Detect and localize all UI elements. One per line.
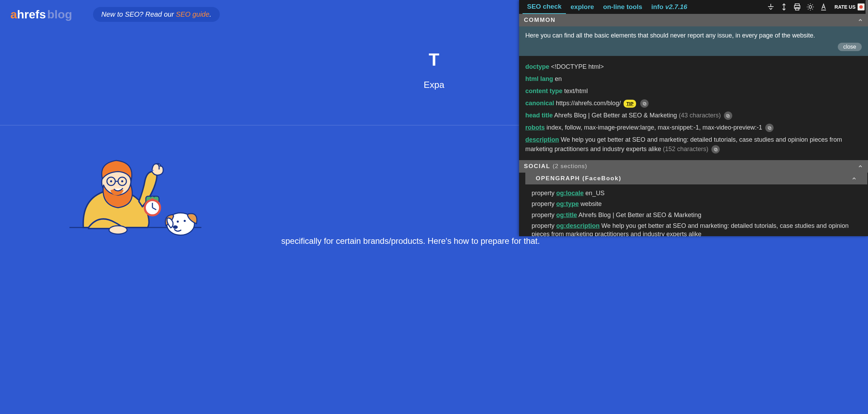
og-val-title: Ahrefs Blog | Get Better at SEO & Market… <box>578 212 701 218</box>
og-key-desc[interactable]: og:description <box>556 222 600 229</box>
key-robots[interactable]: robots <box>525 124 545 131</box>
og-key-locale[interactable]: og:locale <box>556 190 584 197</box>
version-label: v2.7.16 <box>665 3 687 10</box>
svg-point-10 <box>121 180 123 182</box>
chevron-up-icon <box>858 17 863 23</box>
tab-info-label: info <box>651 3 665 10</box>
row-doctype: doctype <!DOCTYPE html> <box>525 62 862 72</box>
og-row-title: property og:title Ahrefs Blog | Get Bett… <box>532 211 856 219</box>
property-label: property <box>532 200 554 207</box>
svg-point-9 <box>110 180 112 182</box>
rate-us[interactable]: RATE US <box>835 3 865 10</box>
svg-point-12 <box>177 221 179 223</box>
og-key-type[interactable]: og:type <box>556 200 579 207</box>
key-ctype: content type <box>525 88 562 94</box>
tab-explore[interactable]: explore <box>566 0 599 14</box>
pill-link: SEO guide <box>176 10 209 18</box>
val-canonical: https://ahrefs.com/blog/ <box>556 100 621 107</box>
key-canonical: canonical <box>525 100 554 107</box>
hero-illustration <box>69 153 201 241</box>
og-key-title[interactable]: og:title <box>556 212 577 218</box>
svg-rect-4 <box>151 198 153 201</box>
copy-icon[interactable] <box>724 111 732 120</box>
expand-vertical-icon[interactable] <box>780 3 788 11</box>
svg-point-1 <box>109 226 127 234</box>
val-headtitle: Ahrefs Blog | Get Better at SEO & Market… <box>554 112 677 119</box>
row-ctype: content type text/html <box>525 86 862 96</box>
opengraph-title: OPENGRAPH (FaceBook) <box>536 175 621 182</box>
key-description[interactable]: description <box>525 136 559 143</box>
close-button[interactable]: close <box>838 43 862 51</box>
copy-icon[interactable] <box>765 124 774 132</box>
copy-icon[interactable] <box>640 99 649 108</box>
panel-body[interactable]: COMMON Here you can find all the basic e… <box>519 14 868 236</box>
property-label: property <box>532 212 554 218</box>
tab-tools[interactable]: on-line tools <box>599 0 647 14</box>
panel-scrollbar[interactable] <box>866 0 868 17</box>
svg-rect-25 <box>715 149 717 151</box>
key-htmllang: html lang <box>525 75 553 82</box>
val-robots: index, follow, max-image-preview:large, … <box>546 124 762 131</box>
row-htmllang: html lang en <box>525 74 862 84</box>
property-label: property <box>532 190 554 197</box>
common-rows: doctype <!DOCTYPE html> html lang en con… <box>519 56 868 160</box>
common-info-text: Here you can find all the basic elements… <box>525 32 862 39</box>
row-description: description We help you get better at SE… <box>525 135 862 154</box>
text-format-icon[interactable] <box>819 3 828 11</box>
article-excerpt: specifically for certain brands/products… <box>281 235 844 247</box>
logo-blog: blog <box>47 8 72 21</box>
val-ctype: text/html <box>564 88 588 94</box>
section-header-social[interactable]: SOCIAL (2 sections) <box>519 160 868 173</box>
key-headtitle: head title <box>525 112 553 119</box>
row-headtitle: head title Ahrefs Blog | Get Better at S… <box>525 111 862 120</box>
svg-point-14 <box>173 225 178 229</box>
rate-us-label: RATE US <box>835 4 856 10</box>
svg-rect-23 <box>769 127 771 130</box>
meta-description: (152 characters) <box>663 146 708 152</box>
tab-info[interactable]: info v2.7.16 <box>647 0 692 14</box>
section-title-social: SOCIAL <box>524 163 550 169</box>
property-label: property <box>532 222 554 229</box>
val-htmllang: en <box>555 75 562 82</box>
svg-rect-20 <box>643 102 645 105</box>
svg-rect-26 <box>714 148 717 150</box>
collapse-down-icon[interactable] <box>767 3 775 11</box>
section-sub-social: (2 sections) <box>553 163 587 169</box>
meta-headtitle: (43 characters) <box>679 112 721 119</box>
val-doctype: <!DOCTYPE html> <box>551 63 604 70</box>
svg-rect-22 <box>727 114 729 117</box>
row-robots: robots index, follow, max-image-preview:… <box>525 123 862 132</box>
svg-point-18 <box>809 6 812 8</box>
tip-badge[interactable]: TIP <box>624 100 636 108</box>
og-row-locale: property og:locale en_US <box>532 189 856 197</box>
seo-guide-pill[interactable]: New to SEO? Read our SEO guide. <box>93 7 220 22</box>
section-header-common[interactable]: COMMON <box>519 14 868 26</box>
logo-letters: hrefs <box>17 8 46 21</box>
chevron-up-icon <box>851 176 857 181</box>
section-title-common: COMMON <box>524 17 556 24</box>
pill-prefix: New to SEO? Read our <box>101 10 176 18</box>
site-logo[interactable]: a hrefs blog <box>10 8 72 21</box>
svg-point-13 <box>184 220 186 222</box>
panel-tabbar: SEO check explore on-line tools info v2.… <box>519 0 868 14</box>
og-row-desc: property og:description We help you get … <box>532 222 856 236</box>
svg-rect-21 <box>727 115 730 117</box>
brightness-icon[interactable] <box>806 3 815 11</box>
store-badge-icon <box>858 3 865 10</box>
og-val-type: website <box>581 200 602 207</box>
og-val-locale: en_US <box>585 190 604 197</box>
key-doctype: doctype <box>525 63 549 70</box>
copy-icon[interactable] <box>711 145 720 154</box>
svg-rect-24 <box>768 126 770 129</box>
section-header-opengraph[interactable]: OPENGRAPH (FaceBook) <box>525 173 867 184</box>
tab-seo-check[interactable]: SEO check <box>523 0 566 14</box>
chevron-up-icon <box>858 164 863 169</box>
opengraph-rows: property og:locale en_US property og:typ… <box>519 184 868 236</box>
seo-panel: SEO check explore on-line tools info v2.… <box>519 0 868 236</box>
print-icon[interactable] <box>793 3 801 11</box>
logo-letter-a: a <box>10 8 17 21</box>
common-info-box: Here you can find all the basic elements… <box>519 26 868 56</box>
svg-rect-19 <box>644 103 646 105</box>
toolbar-icons: RATE US <box>767 3 865 11</box>
og-row-type: property og:type website <box>532 200 856 208</box>
